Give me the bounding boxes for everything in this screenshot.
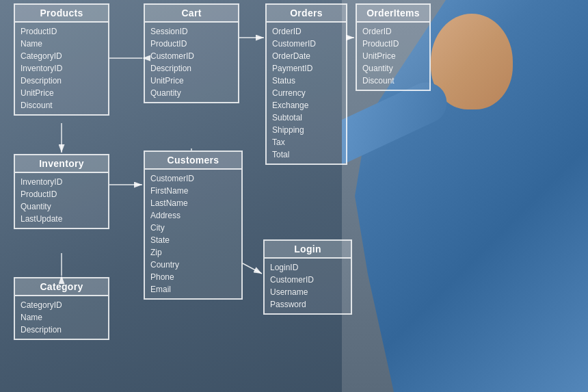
- category-table-title: Category: [15, 278, 108, 296]
- cart-table: Cart SessionID ProductID CustomerID Desc…: [144, 3, 239, 103]
- field-exchange: Exchange: [272, 99, 340, 112]
- field-city: City: [150, 222, 236, 234]
- field-customerid: CustomerID: [150, 172, 236, 185]
- login-table-body: LoginID CustomerID Username Password: [265, 259, 351, 313]
- inventory-table: Inventory InventoryID ProductID Quantity…: [14, 154, 109, 229]
- field-country: Country: [150, 259, 236, 271]
- svg-line-8: [243, 263, 262, 274]
- field-customerid: CustomerID: [272, 38, 340, 50]
- login-table: Login LoginID CustomerID Username Passwo…: [263, 239, 352, 315]
- field-description: Description: [150, 62, 232, 75]
- products-table-title: Products: [15, 5, 108, 23]
- field-sessionid: SessionID: [150, 25, 232, 38]
- field-loginid: LoginID: [270, 261, 345, 274]
- orders-table-title: Orders: [267, 5, 346, 23]
- field-firstname: FirstName: [150, 185, 236, 197]
- field-orderid: OrderID: [362, 25, 424, 38]
- customers-table-title: Customers: [145, 152, 241, 170]
- field-unitprice: UnitPrice: [362, 50, 424, 62]
- field-productid: ProductID: [150, 38, 232, 50]
- orderitems-table-body: OrderID ProductID UnitPrice Quantity Dis…: [357, 23, 429, 90]
- field-inventoryid: InventoryID: [21, 62, 103, 75]
- field-name: Name: [21, 38, 103, 50]
- field-orderid: OrderID: [272, 25, 340, 38]
- field-productid: ProductID: [21, 25, 103, 38]
- field-address: Address: [150, 209, 236, 222]
- products-table-body: ProductID Name CategoryID InventoryID De…: [15, 23, 108, 114]
- inventory-table-body: InventoryID ProductID Quantity LastUpdat…: [15, 173, 108, 228]
- customers-table-body: CustomerID FirstName LastName Address Ci…: [145, 170, 241, 298]
- field-status: Status: [272, 75, 340, 87]
- field-subtotal: Subtotal: [272, 112, 340, 124]
- field-password: Password: [270, 298, 345, 311]
- field-currency: Currency: [272, 87, 340, 99]
- cart-table-body: SessionID ProductID CustomerID Descripti…: [145, 23, 238, 102]
- field-quantity: Quantity: [21, 200, 103, 213]
- field-productid: ProductID: [362, 38, 424, 50]
- field-quantity: Quantity: [362, 62, 424, 75]
- field-phone: Phone: [150, 271, 236, 283]
- cart-table-title: Cart: [145, 5, 238, 23]
- login-table-title: Login: [265, 241, 351, 259]
- orderitems-table: OrderItems OrderID ProductID UnitPrice Q…: [356, 3, 431, 91]
- field-state: State: [150, 234, 236, 246]
- inventory-table-title: Inventory: [15, 155, 108, 173]
- field-customerid: CustomerID: [270, 274, 345, 286]
- field-productid: ProductID: [21, 188, 103, 200]
- orderitems-table-title: OrderItems: [357, 5, 429, 23]
- database-diagram: Products ProductID Name CategoryID Inven…: [7, 3, 362, 392]
- category-table: Category CategoryID Name Description: [14, 277, 109, 340]
- field-zip: Zip: [150, 246, 236, 259]
- field-description: Description: [21, 324, 103, 336]
- field-discount: Discount: [362, 75, 424, 87]
- field-username: Username: [270, 286, 345, 298]
- field-tax: Tax: [272, 136, 340, 148]
- field-lastupdate: LastUpdate: [21, 213, 103, 225]
- field-paymentid: PaymentID: [272, 62, 340, 75]
- field-customerid: CustomerID: [150, 50, 232, 62]
- field-unitprice: UnitPrice: [150, 75, 232, 87]
- orders-table-body: OrderID CustomerID OrderDate PaymentID S…: [267, 23, 346, 164]
- products-table: Products ProductID Name CategoryID Inven…: [14, 3, 109, 116]
- field-total: Total: [272, 148, 340, 161]
- customers-table: Customers CustomerID FirstName LastName …: [144, 151, 243, 300]
- field-discount: Discount: [21, 99, 103, 112]
- field-email: Email: [150, 283, 236, 296]
- orders-table: Orders OrderID CustomerID OrderDate Paym…: [265, 3, 347, 165]
- field-orderdate: OrderDate: [272, 50, 340, 62]
- field-shipping: Shipping: [272, 124, 340, 136]
- field-description: Description: [21, 75, 103, 87]
- field-lastname: LastName: [150, 197, 236, 209]
- field-name: Name: [21, 311, 103, 324]
- field-categoryid: CategoryID: [21, 50, 103, 62]
- field-inventoryid: InventoryID: [21, 176, 103, 188]
- field-categoryid: CategoryID: [21, 299, 103, 311]
- category-table-body: CategoryID Name Description: [15, 296, 108, 339]
- field-unitprice: UnitPrice: [21, 87, 103, 99]
- field-quantity: Quantity: [150, 87, 232, 99]
